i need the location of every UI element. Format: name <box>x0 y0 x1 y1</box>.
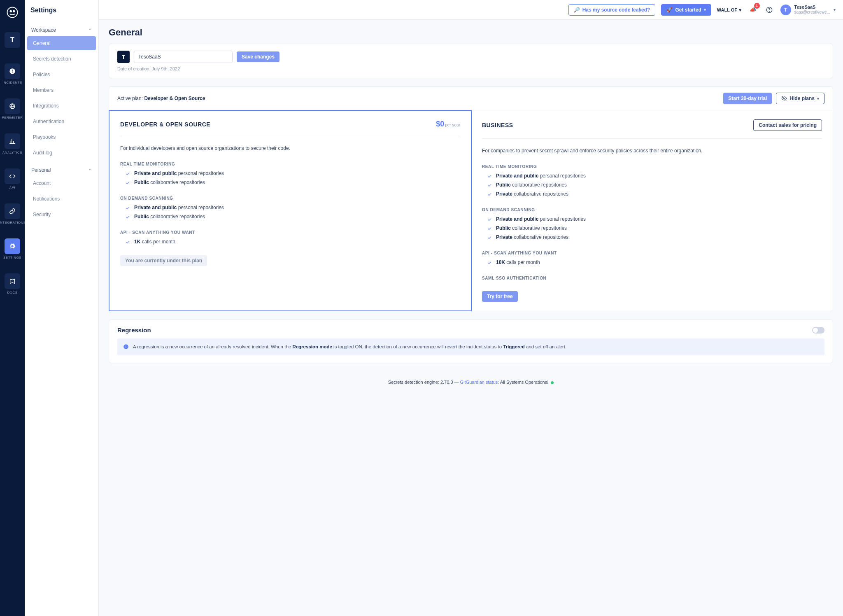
sidebar-item-account[interactable]: Account <box>27 176 96 190</box>
get-started-button[interactable]: 🚀 Get started ▾ <box>661 4 711 16</box>
sidebar-item-secrets-detection[interactable]: Secrets detection <box>27 52 96 66</box>
workspace-name-card: T Save changes Date of creation: July 9t… <box>109 44 833 78</box>
feature-group-title: ON DEMAND SCANNING <box>482 208 822 212</box>
regression-title: Regression <box>117 327 151 334</box>
hide-plans-button[interactable]: Hide plans ▾ <box>776 93 824 104</box>
heart-icon: ♥ <box>739 7 742 12</box>
feature-group-title: API - SCAN ANYTHING YOU WANT <box>482 251 822 255</box>
rail-label: INTEGRATIONS <box>0 221 26 224</box>
code-icon <box>5 168 20 184</box>
feature-group-title: ON DEMAND SCANNING <box>120 196 460 201</box>
rail-item-settings[interactable]: SETTINGS <box>0 235 25 263</box>
nav-rail: T INCIDENTS PERIMETER ANALYTICS API INTE… <box>0 0 25 616</box>
page-title: General <box>109 27 833 38</box>
rail-label: PERIMETER <box>2 116 23 119</box>
footer-status: Secrets detection engine: 2.70.0 — GitGu… <box>109 371 833 393</box>
sidebar-item-policies[interactable]: Policies <box>27 68 96 82</box>
help-icon <box>766 7 773 13</box>
svg-rect-10 <box>126 346 126 348</box>
sidebar-item-security[interactable]: Security <box>27 208 96 222</box>
chart-icon <box>5 133 20 149</box>
search-icon: 🔎 <box>574 7 580 13</box>
rail-label: DOCS <box>7 291 17 294</box>
feature-item: Public collaborative repositories <box>120 214 460 219</box>
start-trial-button[interactable]: Start 30-day trial <box>723 93 772 104</box>
regression-info: A regression is a new occurrence of an a… <box>117 338 824 355</box>
gear-icon <box>5 238 20 254</box>
topbar: 🔎 Has my source code leaked? 🚀 Get start… <box>99 0 843 20</box>
feature-group: REAL TIME MONITORINGPrivate and public p… <box>120 162 460 185</box>
feature-group: API - SCAN ANYTHING YOU WANT1K calls per… <box>120 230 460 245</box>
chevron-down-icon: ▾ <box>834 7 836 12</box>
feature-group-title: SAML SSO AUTHENTICATION <box>482 276 822 280</box>
plan-cta-button[interactable]: Try for free <box>482 291 518 302</box>
creation-date: Date of creation: July 9th, 2022 <box>117 66 824 71</box>
rail-item-docs[interactable]: DOCS <box>0 270 25 298</box>
plan-desc: For individual developers and open sourc… <box>120 145 460 151</box>
rail-item-incidents[interactable]: INCIDENTS <box>0 60 25 88</box>
button-label: Has my source code leaked? <box>582 7 650 13</box>
plan-name: DEVELOPER & OPEN SOURCE <box>120 121 210 128</box>
user-menu[interactable]: T TesoSaaS saas@creativewe... ▾ <box>780 5 836 15</box>
announcements-button[interactable]: 📣 1 <box>748 5 758 15</box>
brand-logo[interactable] <box>4 4 21 21</box>
sidebar-section-label: Workspace <box>31 27 56 33</box>
feature-item: Private collaborative repositories <box>482 234 822 240</box>
sidebar-section-personal[interactable]: Personal ⌃ <box>27 164 96 176</box>
rail-label: INCIDENTS <box>2 81 22 84</box>
help-button[interactable] <box>764 5 775 15</box>
sidebar-item-playbooks[interactable]: Playbooks <box>27 130 96 144</box>
link-icon <box>5 203 20 219</box>
source-leak-button[interactable]: 🔎 Has my source code leaked? <box>568 4 656 16</box>
save-changes-button[interactable]: Save changes <box>237 51 279 62</box>
feature-group-title: API - SCAN ANYTHING YOU WANT <box>120 230 460 235</box>
sidebar-section-workspace[interactable]: Workspace ⌃ <box>27 24 96 36</box>
chevron-up-icon: ⌃ <box>88 168 92 173</box>
eye-off-icon <box>781 96 787 101</box>
button-label: Hide plans <box>789 96 815 101</box>
sidebar-item-audit-log[interactable]: Audit log <box>27 146 96 160</box>
settings-sidebar: Settings Workspace ⌃ GeneralSecrets dete… <box>25 0 99 616</box>
feature-item: 10K calls per month <box>482 259 822 265</box>
feature-group: ON DEMAND SCANNINGPrivate and public per… <box>482 208 822 240</box>
regression-toggle[interactable] <box>812 327 824 334</box>
sidebar-item-authentication[interactable]: Authentication <box>27 114 96 128</box>
feature-item: 1K calls per month <box>120 239 460 245</box>
rail-label: ANALYTICS <box>2 151 22 154</box>
rail-item-api[interactable]: API <box>0 165 25 193</box>
content-scroll[interactable]: General T Save changes Date of creation:… <box>99 20 843 616</box>
svg-point-2 <box>13 11 15 12</box>
sidebar-item-integrations[interactable]: Integrations <box>27 99 96 113</box>
sidebar-title: Settings <box>25 0 98 24</box>
svg-point-8 <box>769 11 769 11</box>
feature-item: Private and public personal repositories <box>482 173 822 179</box>
regression-card: Regression A regression is a new occurre… <box>109 320 833 363</box>
plan-biz: BUSINESS Contact sales for pricing For c… <box>471 110 833 311</box>
globe-icon <box>5 98 20 114</box>
contact-sales-button[interactable]: Contact sales for pricing <box>753 119 822 131</box>
workspace-name-input[interactable] <box>134 51 233 63</box>
sidebar-item-members[interactable]: Members <box>27 83 96 97</box>
plan-name: BUSINESS <box>482 122 513 128</box>
sidebar-item-general[interactable]: General <box>27 36 96 50</box>
feature-item: Public collaborative repositories <box>482 225 822 231</box>
rail-item-analytics[interactable]: ANALYTICS <box>0 130 25 158</box>
sidebar-section-label: Personal <box>31 167 51 173</box>
sidebar-item-notifications[interactable]: Notifications <box>27 192 96 206</box>
status-link[interactable]: GitGuardian status: <box>460 380 499 385</box>
svg-point-0 <box>7 7 18 18</box>
status-dot-icon <box>551 381 554 384</box>
rail-avatar-item[interactable]: T <box>0 29 25 53</box>
feature-group: ON DEMAND SCANNINGPrivate and public per… <box>120 196 460 219</box>
plan-desc: For companies to prevent secret sprawl a… <box>482 148 822 154</box>
feature-item: Public collaborative repositories <box>120 180 460 185</box>
plan-price: $0per year <box>436 120 460 128</box>
main-area: 🔎 Has my source code leaked? 🚀 Get start… <box>99 0 843 616</box>
rail-item-integrations[interactable]: INTEGRATIONS <box>0 200 25 228</box>
plans-card: Active plan: Developer & Open Source Sta… <box>109 86 833 311</box>
rail-label: API <box>9 186 15 189</box>
feature-item: Private and public personal repositories <box>120 170 460 176</box>
wall-of-love[interactable]: WALL OF ♥ <box>717 7 742 12</box>
feature-item: Private collaborative repositories <box>482 191 822 197</box>
rail-item-perimeter[interactable]: PERIMETER <box>0 95 25 123</box>
